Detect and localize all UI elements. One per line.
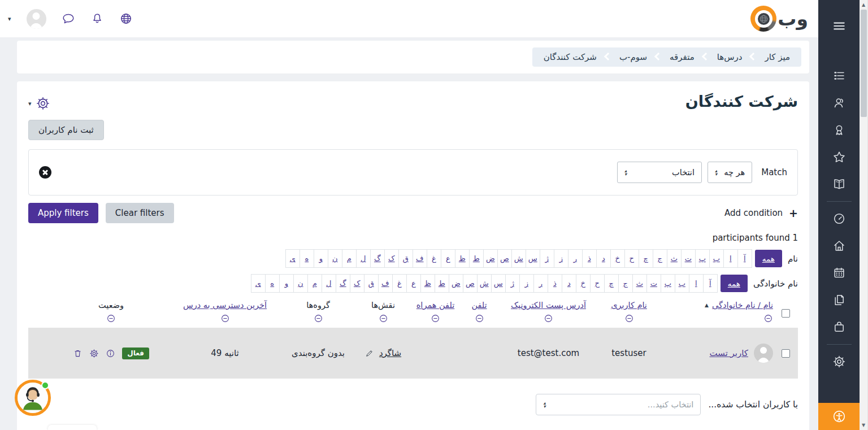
initial-letter-link[interactable]: ک — [350, 274, 364, 293]
initial-letter-link[interactable]: ض — [449, 274, 463, 293]
initial-letter-link[interactable]: ب — [675, 274, 689, 293]
role-link[interactable]: شاگرد — [379, 348, 401, 358]
initial-letter-link[interactable]: ک — [384, 249, 399, 268]
row-checkbox[interactable] — [782, 349, 790, 358]
initial-letter-link[interactable]: ز — [519, 274, 534, 293]
breadcrumb-item[interactable]: میز کار — [765, 52, 790, 62]
star-icon[interactable] — [818, 144, 860, 171]
initial-letter-link[interactable]: خ — [610, 249, 625, 268]
scrollbar-thumb[interactable] — [861, 10, 867, 117]
enrolment-gear-icon[interactable] — [89, 349, 99, 358]
book-icon[interactable] — [818, 171, 860, 198]
collapse-column-icon[interactable] — [314, 314, 323, 323]
initial-letter-link[interactable]: ف — [413, 249, 427, 268]
initial-letter-link[interactable]: ظ — [455, 249, 470, 268]
initial-letter-link[interactable]: ط — [435, 274, 449, 293]
initial-letter-link[interactable]: ص — [463, 274, 478, 293]
initial-letter-link[interactable]: ص — [497, 249, 512, 268]
collapse-column-icon[interactable] — [763, 314, 773, 323]
breadcrumb-item[interactable]: شرکت کنندگان — [544, 52, 597, 62]
initial-letter-link[interactable]: ت — [646, 274, 661, 293]
column-header[interactable]: آخرین دسترسی به درس — [183, 301, 267, 310]
initial-letter-link[interactable]: ع — [406, 274, 421, 293]
initial-letter-link[interactable]: م — [342, 249, 357, 268]
initial-letter-link[interactable]: ه — [300, 249, 314, 268]
initial-letter-link[interactable]: ق — [398, 249, 413, 268]
column-header[interactable]: نام کاربری — [611, 301, 647, 310]
messages-chat-icon[interactable] — [62, 12, 75, 25]
condition-select[interactable]: انتخاب ▴▾ — [617, 162, 702, 183]
initial-letter-link[interactable]: ش — [477, 274, 492, 293]
column-header[interactable]: نام / نام خانوادگی — [712, 301, 773, 310]
initial-letter-link[interactable]: ب — [709, 249, 724, 268]
collapse-column-icon[interactable] — [379, 314, 388, 323]
accessibility-button[interactable] — [818, 403, 860, 430]
collapse-column-icon[interactable] — [106, 314, 116, 323]
participant-avatar[interactable] — [754, 344, 773, 363]
initial-letter-link[interactable]: پ — [695, 249, 710, 268]
initial-letter-link[interactable]: ر — [533, 274, 548, 293]
page-scrollbar[interactable]: ▲ ▼ — [860, 0, 868, 430]
initial-letter-link[interactable]: چ — [639, 249, 653, 268]
site-logo[interactable]: وب — [750, 6, 808, 32]
home-icon[interactable] — [818, 232, 860, 259]
column-header[interactable]: تلفن همراه — [416, 301, 454, 310]
users-icon[interactable] — [818, 89, 860, 116]
column-header[interactable]: آدرس پست الکترونیک — [511, 301, 586, 310]
scroll-up-arrow[interactable]: ▲ — [860, 2, 867, 7]
surname-all-button[interactable]: همه — [721, 275, 748, 292]
initial-letter-link[interactable]: و — [314, 249, 328, 268]
initial-letter-link[interactable]: خ — [576, 274, 591, 293]
initial-letter-link[interactable]: ح — [624, 249, 639, 268]
dashboard-icon[interactable] — [818, 205, 860, 232]
select-all-checkbox[interactable] — [782, 309, 790, 318]
initial-letter-link[interactable]: ض — [483, 249, 498, 268]
user-avatar[interactable] — [27, 9, 46, 29]
initial-letter-link[interactable]: ث — [632, 274, 647, 293]
initial-letter-link[interactable]: د — [562, 274, 576, 293]
initial-letter-link[interactable]: چ — [604, 274, 619, 293]
initial-letter-link[interactable]: ی — [285, 249, 300, 268]
initial-letter-link[interactable]: ل — [356, 249, 371, 268]
initial-letter-link[interactable]: ذ — [548, 274, 562, 293]
settings-icon[interactable] — [818, 348, 860, 375]
initial-letter-link[interactable]: م — [307, 274, 322, 293]
collapse-column-icon[interactable] — [475, 314, 484, 323]
initial-letter-link[interactable]: گ — [370, 249, 385, 268]
unenrol-trash-icon[interactable] — [73, 349, 83, 358]
notifications-bell-icon[interactable] — [90, 12, 104, 25]
breadcrumb-item[interactable]: سوم-ب — [619, 52, 647, 62]
clear-filters-button[interactable]: Clear filters — [106, 203, 174, 223]
initial-letter-link[interactable]: س — [526, 249, 540, 268]
initial-letter-link[interactable]: پ — [661, 274, 675, 293]
scroll-down-arrow[interactable]: ▼ — [860, 423, 867, 428]
initial-letter-link[interactable]: گ — [336, 274, 350, 293]
collapse-column-icon[interactable] — [431, 314, 440, 323]
initial-letter-link[interactable]: د — [596, 249, 611, 268]
bulk-action-select[interactable]: انتخاب کنید... ▴▾ — [536, 394, 701, 415]
initial-letter-link[interactable]: ژ — [540, 249, 554, 268]
initial-letter-link[interactable]: ج — [653, 249, 667, 268]
initial-letter-link[interactable]: غ — [392, 274, 407, 293]
collapse-column-icon[interactable] — [220, 314, 230, 323]
initial-letter-link[interactable]: ن — [293, 274, 308, 293]
remove-filter-row-button[interactable] — [39, 166, 51, 179]
user-menu-caret-icon[interactable]: ▾ — [8, 15, 11, 23]
initial-letter-link[interactable]: ث — [667, 249, 682, 268]
initial-letter-link[interactable]: ح — [590, 274, 605, 293]
breadcrumb-item[interactable]: متفرقه — [670, 52, 695, 62]
initial-letter-link[interactable]: ذ — [582, 249, 597, 268]
initial-letter-link[interactable]: ق — [364, 274, 379, 293]
collapse-column-icon[interactable] — [624, 314, 634, 323]
breadcrumb-item[interactable]: درس‌ها — [717, 52, 743, 62]
enrol-users-button[interactable]: ثبت نام کاربران — [28, 120, 104, 140]
edit-roles-pencil-icon[interactable] — [365, 349, 374, 358]
initial-letter-link[interactable]: ل — [322, 274, 336, 293]
initial-letter-link[interactable]: ا — [723, 249, 738, 268]
initial-letter-link[interactable]: و — [279, 274, 294, 293]
badge-icon[interactable] — [818, 116, 860, 144]
initial-letter-link[interactable]: ش — [511, 249, 526, 268]
initial-letter-link[interactable]: ژ — [505, 274, 520, 293]
support-chat-widget[interactable] — [15, 380, 51, 416]
collapse-column-icon[interactable] — [544, 314, 553, 323]
